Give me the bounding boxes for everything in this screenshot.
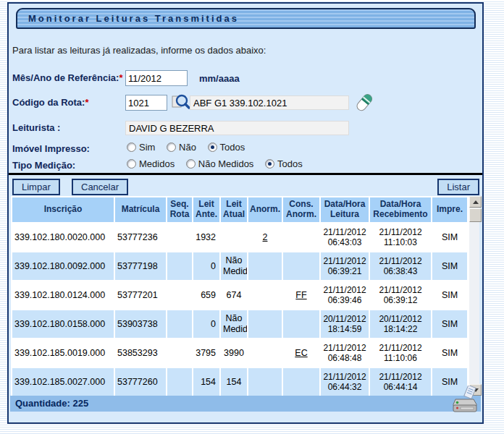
cell-leit-ante: 154: [193, 367, 220, 396]
cell-data-leitura: 21/11/201206:39:21: [320, 252, 369, 281]
tipo-medicao-label: Tipo Medição:: [12, 160, 75, 171]
cell-inscricao: 339.102.180.0158.000: [12, 310, 114, 339]
nao-medidos-radio[interactable]: [186, 159, 196, 169]
page-background: { "title": "Monitorar Leituras Transmiti…: [0, 0, 504, 434]
leitura-date: 21/11/2012: [323, 256, 366, 266]
recebimento-time: 06:38:43: [372, 266, 429, 276]
cell-leit-atual: 154: [220, 367, 248, 396]
leitura-date: 21/11/2012: [323, 285, 366, 295]
quantity-label: Quantidade: 225: [15, 398, 88, 409]
cell-anorm: [248, 281, 282, 310]
cell-cons-anorm: [282, 310, 320, 339]
cell-matricula: 53903738: [114, 310, 167, 339]
imovel-todos-radio[interactable]: [208, 142, 217, 152]
cell-anorm: [248, 339, 282, 367]
cell-data-recebimento: 20/11/201218:14:22: [369, 310, 432, 339]
cell-matricula: 53777198: [114, 252, 167, 281]
cell-data-recebimento: 21/11/201206:39:12: [369, 281, 432, 310]
tipo-todos-radio[interactable]: [265, 159, 274, 169]
recebimento-date: 21/11/2012: [372, 227, 429, 237]
codigo-rota-row: Código da Rota:* ABF G1 339.102.1021: [9, 95, 482, 112]
mes-ano-format-hint: mm/aaaa: [199, 73, 240, 84]
col-header-leit-ante: Leit Ante.: [193, 197, 220, 223]
table-scrollbar[interactable]: [469, 196, 479, 396]
table-row: 339.102.180.0158.000 53903738 0 Não Medi…: [12, 310, 468, 339]
table-row: 339.102.185.0019.000 53853293 3795 3990 …: [12, 339, 468, 367]
listar-button[interactable]: Listar: [437, 179, 479, 195]
mes-ano-input[interactable]: [125, 70, 188, 86]
recebimento-date: 21/11/2012: [372, 256, 429, 266]
table-header-row: Inscrição Matrícula Seq. Rota Leit Ante.…: [12, 197, 468, 223]
cell-data-leitura: 20/11/201218:14:59: [320, 310, 369, 339]
cell-impre: SIM: [432, 339, 468, 367]
cell-cons-anorm: [282, 367, 320, 396]
cell-matricula: 53777236: [114, 223, 167, 252]
imovel-nao-radio[interactable]: [167, 142, 176, 152]
recebimento-date: 21/11/2012: [372, 343, 429, 353]
tipo-todos-label: Todos: [277, 158, 303, 169]
arrow-up-icon: [473, 200, 479, 204]
cell-seq-rota: [167, 339, 193, 367]
col-header-impre: Impre.: [432, 197, 468, 223]
anorm-link[interactable]: 2: [263, 232, 268, 242]
results-table-area: Inscrição Matrícula Seq. Rota Leit Ante.…: [11, 196, 479, 396]
cell-inscricao: 339.102.185.0027.000: [12, 367, 114, 396]
table-row: 339.102.180.0020.000 53777236 1932 2 21/…: [12, 223, 468, 252]
recebimento-time: 18:14:22: [372, 324, 429, 334]
medidos-radio[interactable]: [127, 159, 136, 169]
cell-data-leitura: 21/11/201206:48:48: [320, 339, 369, 367]
search-icon[interactable]: [171, 93, 191, 116]
leitura-time: 06:48:48: [323, 353, 366, 363]
cell-impre: SIM: [432, 281, 468, 310]
cell-anorm: [248, 310, 282, 339]
col-header-anorm: Anorm.: [248, 197, 282, 223]
col-header-leit-atual: Leit Atual: [220, 197, 248, 223]
main-panel: Monitorar Leituras Transmitidas Para lis…: [7, 2, 484, 424]
codigo-rota-input[interactable]: [125, 95, 167, 111]
cell-inscricao: 339.102.180.0020.000: [12, 223, 114, 252]
imovel-todos-label: Todos: [220, 142, 245, 153]
cell-seq-rota: [167, 367, 193, 396]
cancelar-button[interactable]: Cancelar: [72, 179, 128, 195]
imovel-impresso-row: Imóvel Impresso: Sim Não Todos: [9, 141, 482, 158]
col-header-matricula: Matrícula: [114, 197, 167, 223]
limpar-button[interactable]: Limpar: [12, 179, 60, 195]
recebimento-time: 11:10:03: [372, 237, 429, 247]
mes-ano-row: Mês/Ano de Referência:* mm/aaaa: [9, 70, 482, 88]
cell-leit-atual: [220, 223, 248, 252]
page-title: Monitorar Leituras Transmitidas: [16, 8, 476, 29]
imovel-impresso-radios: Sim Não Todos: [127, 142, 253, 153]
cell-matricula: 53777201: [114, 281, 167, 310]
cell-seq-rota: [167, 223, 193, 252]
required-mark: *: [119, 72, 122, 83]
cell-leit-ante: 0: [193, 310, 220, 339]
nao-medidos-label: Não Medidos: [198, 158, 254, 169]
required-mark: *: [85, 97, 88, 108]
page-title-text: Monitorar Leituras Transmitidas: [28, 13, 239, 24]
cell-cons-anorm: EC: [282, 339, 320, 367]
imovel-sim-radio[interactable]: [127, 142, 136, 152]
cell-matricula: 53853293: [114, 339, 167, 367]
cell-impre: SIM: [432, 252, 468, 281]
cell-leit-atual: 674: [220, 281, 248, 310]
cell-data-recebimento: 21/11/201206:38:43: [369, 252, 432, 281]
mes-ano-label-text: Mês/Ano de Referência:: [12, 72, 119, 83]
col-header-cons-anorm: Cons. Anorm.: [282, 197, 320, 223]
cell-leit-ante: 1932: [193, 223, 220, 252]
cell-inscricao: 339.102.180.0092.000: [12, 252, 114, 281]
leiturista-field: DAVID G BEZERRA: [125, 121, 349, 135]
cell-impre: SIM: [432, 223, 468, 252]
recebimento-time: 06:44:14: [372, 382, 429, 392]
codigo-rota-label-text: Código da Rota:: [12, 97, 85, 108]
cell-seq-rota: [167, 252, 193, 281]
intro-text: Para listar as leituras já realizadas, i…: [12, 45, 266, 56]
printer-icon[interactable]: [451, 386, 479, 414]
leitura-time: 06:39:46: [323, 295, 366, 305]
cons-anorm-link[interactable]: FF: [295, 290, 306, 300]
cons-anorm-link[interactable]: EC: [295, 348, 307, 358]
results-table: Inscrição Matrícula Seq. Rota Leit Ante.…: [11, 196, 469, 397]
scroll-thumb[interactable]: [469, 208, 482, 222]
eraser-icon[interactable]: [354, 93, 374, 116]
recebimento-date: 21/11/2012: [372, 285, 429, 295]
scroll-up-button[interactable]: [469, 196, 482, 208]
